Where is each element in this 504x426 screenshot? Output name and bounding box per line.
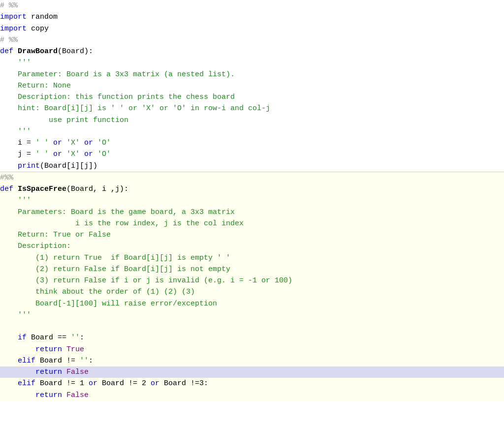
line-docstring-return-2: Return: True or False: [0, 229, 504, 241]
line-docstring-2: (2) return False if Board[i][j] is not e…: [0, 264, 504, 275]
line-docstring-param: Parameter: Board is a 3x3 matrix (a nest…: [0, 69, 504, 80]
line-docstring-close-1: ''': [0, 126, 504, 137]
line-cell-marker-3: #%%: [0, 172, 504, 183]
line-return-true: return True: [0, 344, 504, 355]
line-if-board-empty: if Board == '':: [0, 332, 504, 343]
line-print-board: print(Board[i][j]): [0, 160, 504, 172]
line-docstring-open-1: ''': [0, 57, 504, 68]
line-docstring-open-2: ''': [0, 195, 504, 206]
line-elif-board-invalid: elif Board != 1 or Board != 2 or Board !…: [0, 378, 504, 389]
line-docstring-3: (3) return False if i or j is invalid (e…: [0, 275, 504, 286]
line-j-assignment: j = ' ' or 'X' or 'O': [0, 149, 504, 160]
line-docstring-think: think about the order of (1) (2) (3): [0, 286, 504, 298]
section-yellow: #%% def IsSpaceFree(Board, i ,j): ''' Pa…: [0, 172, 504, 401]
line-cell-marker-2: # %%: [0, 34, 504, 46]
line-docstring-desc-2: Description:: [0, 241, 504, 252]
line-return-false-1: return False: [0, 366, 504, 378]
line-def-drawboard: def DrawBoard(Board):: [0, 46, 504, 57]
line-elif-board-not-empty: elif Board != '':: [0, 355, 504, 366]
line-return-false-2: return False: [0, 390, 504, 401]
line-docstring-params-board: Parameters: Board is the game board, a 3…: [0, 207, 504, 218]
line-docstring-params-ij: i is the row index, j is the col index: [0, 218, 504, 229]
line-docstring-use-print: use print function: [0, 115, 504, 126]
line-blank-1: [0, 321, 504, 332]
line-import-random: import random: [0, 11, 504, 23]
line-docstring-close-2: ''': [0, 309, 504, 321]
code-editor: # %% import random import copy # %% def …: [0, 0, 504, 426]
line-docstring-hint: hint: Board[i][j] is ' ' or 'X' or 'O' i…: [0, 103, 504, 114]
line-cell-marker-1: # %%: [0, 0, 504, 11]
line-docstring-1: (1) return True if Board[i][j] is empty …: [0, 252, 504, 264]
line-docstring-board-error: Board[-1][100] will raise error/exceptio…: [0, 298, 504, 309]
line-def-isspacefree: def IsSpaceFree(Board, i ,j):: [0, 183, 504, 195]
line-import-copy: import copy: [0, 23, 504, 34]
line-i-assignment: i = ' ' or 'X' or 'O': [0, 137, 504, 149]
line-docstring-desc: Description: this function prints the ch…: [0, 91, 504, 103]
section-white: # %% import random import copy # %% def …: [0, 0, 504, 172]
line-docstring-return: Return: None: [0, 80, 504, 91]
